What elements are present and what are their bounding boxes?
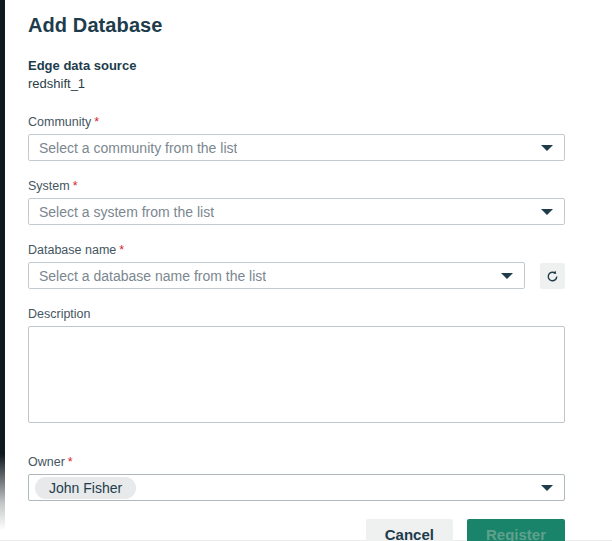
chevron-down-icon (501, 273, 513, 279)
description-field-group: Description (28, 307, 565, 427)
database-name-field-group: Database name* Select a database name fr… (28, 243, 565, 289)
community-label: Community* (28, 115, 565, 129)
required-asterisk: * (94, 115, 99, 129)
edge-data-source-value: redshift_1 (28, 76, 565, 91)
description-label-text: Description (28, 307, 91, 321)
owner-label: Owner* (28, 455, 565, 469)
community-field-group: Community* Select a community from the l… (28, 115, 565, 161)
owner-chip: John Fisher (35, 477, 136, 499)
chevron-down-icon (541, 485, 553, 491)
required-asterisk: * (119, 243, 124, 257)
system-label: System* (28, 179, 565, 193)
chevron-down-icon (541, 145, 553, 151)
refresh-button[interactable] (540, 263, 565, 289)
cancel-button[interactable]: Cancel (366, 519, 453, 541)
add-database-dialog: Add Database Edge data source redshift_1… (0, 0, 612, 541)
database-name-select-placeholder: Select a database name from the list (39, 268, 266, 284)
background-edge-strip (0, 0, 5, 541)
database-name-label-text: Database name (28, 243, 116, 257)
description-label: Description (28, 307, 565, 321)
database-name-label: Database name* (28, 243, 565, 257)
required-asterisk: * (73, 179, 78, 193)
community-select-placeholder: Select a community from the list (39, 140, 237, 156)
community-select[interactable]: Select a community from the list (28, 134, 565, 161)
dialog-footer: Cancel Register (28, 519, 565, 541)
system-label-text: System (28, 179, 70, 193)
system-field-group: System* Select a system from the list (28, 179, 565, 225)
owner-select[interactable]: John Fisher (28, 474, 565, 501)
database-name-row: Select a database name from the list (28, 262, 565, 289)
required-asterisk: * (68, 455, 73, 469)
community-label-text: Community (28, 115, 91, 129)
owner-field-group: Owner* John Fisher (28, 455, 565, 501)
page-title: Add Database (28, 14, 565, 37)
register-button[interactable]: Register (467, 519, 565, 541)
database-name-select[interactable]: Select a database name from the list (28, 262, 525, 289)
refresh-icon (546, 270, 559, 283)
system-select-placeholder: Select a system from the list (39, 204, 214, 220)
chevron-down-icon (541, 209, 553, 215)
edge-data-source-label: Edge data source (28, 58, 565, 73)
description-textarea[interactable] (28, 326, 565, 423)
owner-label-text: Owner (28, 455, 65, 469)
dialog-content: Add Database Edge data source redshift_1… (28, 14, 565, 541)
system-select[interactable]: Select a system from the list (28, 198, 565, 225)
edge-data-source-section: Edge data source redshift_1 (28, 58, 565, 91)
